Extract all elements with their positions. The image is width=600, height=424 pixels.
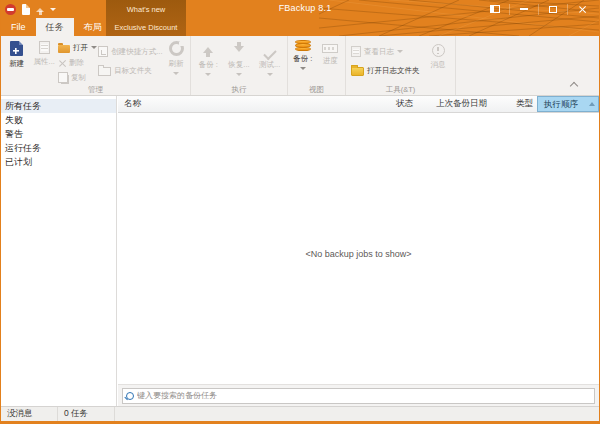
- ribbon: 新建 属性... 打开 删除 复制: [1, 36, 599, 96]
- test-label: 测试...: [259, 60, 280, 70]
- column-header-status[interactable]: 状态: [390, 98, 430, 110]
- open-button[interactable]: 打开: [58, 42, 98, 53]
- duplicate-button[interactable]: 复制: [58, 72, 98, 83]
- sidebar-item-failed[interactable]: 失败: [1, 113, 116, 127]
- ribbon-group-tools: 查看日志 打开日志文件夹 消息 工具(&T): [346, 36, 456, 95]
- close-button[interactable]: [568, 2, 596, 16]
- search-box[interactable]: [122, 388, 595, 404]
- destination-folder-label: 目标文件夹: [114, 66, 152, 76]
- test-button[interactable]: 测试...: [255, 39, 285, 76]
- quick-access-toolbar: [5, 2, 56, 16]
- status-bar: 没消息 0 任务: [1, 406, 599, 421]
- messages-label: 消息: [431, 60, 446, 70]
- maximize-button[interactable]: [539, 2, 567, 16]
- sort-ascending-icon: [589, 102, 595, 106]
- execute-backup-dropdown-icon: [205, 73, 211, 76]
- properties-button[interactable]: 属性...: [30, 39, 57, 67]
- close-icon: [578, 5, 587, 14]
- open-log-folder-label: 打开日志文件夹: [367, 66, 420, 76]
- sidebar-item-warnings[interactable]: 警告: [1, 127, 116, 141]
- delete-button[interactable]: 删除: [58, 57, 98, 68]
- view-log-dropdown-icon: [397, 50, 403, 53]
- column-header-execution-order[interactable]: 执行顺序: [537, 96, 599, 112]
- properties-icon: [39, 41, 50, 54]
- tab-file[interactable]: File: [1, 18, 36, 36]
- sidebar-item-running[interactable]: 运行任务: [1, 141, 116, 155]
- view-log-button[interactable]: 查看日志: [351, 46, 425, 57]
- new-task-quick-icon[interactable]: [22, 4, 30, 15]
- refresh-button[interactable]: 刷新: [164, 39, 188, 75]
- ribbon-tab-row: File 任务 布局: [1, 18, 599, 36]
- execution-order-label: 执行顺序: [544, 97, 578, 111]
- ribbon-options-button[interactable]: [481, 2, 509, 16]
- create-shortcut-button[interactable]: 创建快捷方式...: [98, 46, 164, 57]
- manage-small-column-2: 创建快捷方式... 目标文件夹: [98, 39, 164, 76]
- refresh-label: 刷新: [169, 59, 184, 69]
- messages-icon: [432, 44, 445, 57]
- sidebar-item-all-tasks[interactable]: 所有任务: [1, 99, 116, 113]
- view-group-label: 视图: [288, 85, 345, 95]
- restore-label: 恢复...: [228, 60, 249, 70]
- sidebar-item-scheduled[interactable]: 已计划: [1, 155, 116, 169]
- execute-backup-button[interactable]: 备份 :: [193, 39, 223, 76]
- duplicate-icon: [58, 72, 68, 83]
- minimize-icon: [520, 8, 528, 10]
- open-log-folder-button[interactable]: 打开日志文件夹: [351, 65, 425, 76]
- titlebar: FBackup 8.1: [1, 0, 599, 18]
- qat-dropdown-icon[interactable]: [50, 8, 56, 11]
- refresh-dropdown-icon: [173, 72, 179, 75]
- refresh-icon: [169, 41, 184, 56]
- new-task-icon: [10, 41, 23, 56]
- open-label: 打开: [73, 43, 88, 53]
- open-dropdown-icon: [91, 46, 97, 49]
- destination-folder-icon: [98, 67, 111, 76]
- task-list-body: <No backup jobs to show>: [118, 113, 599, 384]
- tab-tasks[interactable]: 任务: [36, 18, 74, 36]
- view-backup-dropdown-icon: [300, 67, 306, 70]
- progress-label: 进度: [323, 56, 338, 66]
- tools-small-column: 查看日志 打开日志文件夹: [348, 39, 425, 76]
- column-header-row: 名称 状态 上次备份日期 类型 执行顺序: [118, 96, 599, 113]
- backup-disks-icon: [295, 41, 311, 51]
- promo-banner[interactable]: What's new Exclusive Discount: [106, 0, 186, 36]
- create-shortcut-label: 创建快捷方式...: [111, 47, 162, 57]
- column-header-name[interactable]: 名称: [118, 98, 390, 110]
- collapse-ribbon-icon[interactable]: [570, 82, 578, 90]
- restore-dropdown-icon: [236, 73, 242, 76]
- content-area: 所有任务 失败 警告 运行任务 已计划 名称 状态 上次备份日期 类型 执行顺序…: [1, 96, 599, 406]
- execute-group-label: 执行: [191, 85, 287, 95]
- column-header-last-backup-date[interactable]: 上次备份日期: [430, 98, 510, 110]
- promo-exclusive-discount[interactable]: Exclusive Discount: [106, 23, 186, 32]
- delete-icon: [58, 59, 66, 67]
- run-backup-quick-icon[interactable]: [36, 4, 44, 15]
- manage-small-column-1: 打开 删除 复制: [58, 39, 98, 83]
- view-log-label: 查看日志: [364, 47, 394, 57]
- new-task-button[interactable]: 新建: [3, 39, 30, 69]
- minimize-button[interactable]: [510, 2, 538, 16]
- status-task-count: 0 任务: [58, 407, 115, 421]
- search-bar: [118, 384, 599, 406]
- view-backup-button[interactable]: 备份 :: [289, 39, 317, 70]
- ribbon-group-execute: 备份 : 恢复... 测试... 执行: [191, 36, 288, 95]
- manage-group-label: 管理: [1, 85, 190, 95]
- restore-icon: [234, 41, 244, 57]
- execute-backup-label: 备份 :: [199, 60, 218, 70]
- destination-folder-button[interactable]: 目标文件夹: [98, 65, 164, 76]
- search-icon: [126, 392, 134, 400]
- new-task-label: 新建: [9, 59, 24, 69]
- messages-button[interactable]: 消息: [425, 39, 451, 70]
- window-controls: [481, 2, 596, 16]
- column-header-type[interactable]: 类型: [510, 98, 537, 110]
- app-logo-icon[interactable]: [5, 4, 16, 15]
- ribbon-options-icon: [490, 5, 500, 13]
- restore-button[interactable]: 恢复...: [224, 39, 254, 76]
- tools-group-label: 工具(&T): [346, 85, 455, 95]
- properties-label: 属性...: [34, 57, 55, 67]
- view-backup-label: 备份 :: [293, 54, 312, 64]
- empty-list-message: <No backup jobs to show>: [118, 249, 599, 259]
- search-input[interactable]: [137, 391, 591, 400]
- promo-whats-new[interactable]: What's new: [106, 5, 186, 14]
- maximize-icon: [549, 6, 557, 13]
- progress-button[interactable]: 进度: [317, 39, 345, 66]
- log-folder-icon: [351, 67, 364, 76]
